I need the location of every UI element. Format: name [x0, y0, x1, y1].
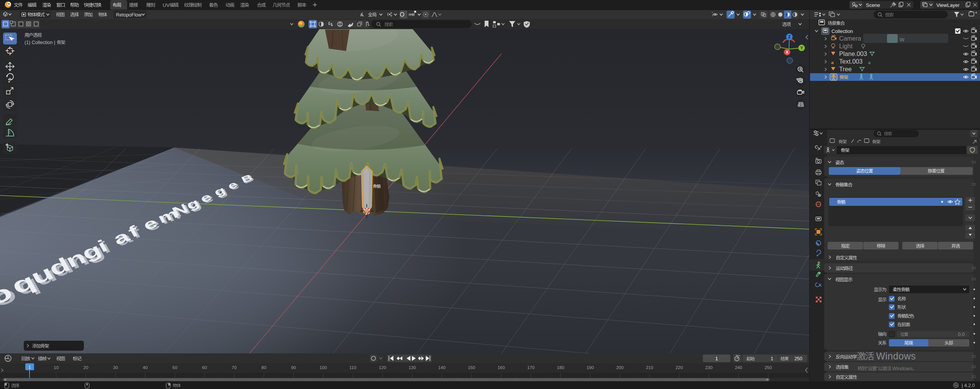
svg-text:10: 10 [54, 365, 59, 370]
svg-text:1: 1 [715, 356, 718, 361]
svg-text:210: 210 [646, 365, 653, 370]
svg-text:80: 80 [261, 365, 266, 370]
svg-text:150: 150 [468, 365, 475, 370]
svg-text:250: 250 [764, 365, 772, 370]
svg-text:Scene: Scene [866, 2, 880, 8]
svg-text:Windows: Windows [892, 366, 913, 371]
svg-text:“: “ [866, 366, 867, 371]
svg-text:160: 160 [498, 365, 505, 370]
svg-text:140: 140 [438, 365, 446, 370]
svg-text:Camera: Camera [839, 35, 861, 42]
svg-text:RetopoFlow: RetopoFlow [116, 12, 142, 18]
svg-text:230: 230 [705, 365, 712, 370]
svg-text:100: 100 [320, 365, 327, 370]
svg-text:20: 20 [83, 365, 88, 370]
svg-text:170: 170 [527, 365, 534, 370]
svg-text:70: 70 [232, 365, 237, 370]
svg-text:40: 40 [143, 365, 148, 370]
svg-text:90: 90 [291, 365, 296, 370]
svg-text:W: W [900, 37, 905, 43]
svg-text:50: 50 [172, 365, 177, 370]
svg-text:Tree: Tree [839, 66, 852, 72]
svg-text:UV: UV [163, 2, 170, 8]
svg-text:220: 220 [676, 365, 683, 370]
svg-text:”: ” [876, 366, 878, 371]
svg-text:1: 1 [28, 365, 31, 369]
svg-text:ViewLayer: ViewLayer [936, 2, 960, 8]
svg-text:1: 1 [771, 356, 773, 361]
svg-text:Plane.003: Plane.003 [839, 50, 867, 57]
svg-text:110: 110 [350, 365, 356, 370]
svg-text:250: 250 [794, 356, 802, 361]
svg-text:240: 240 [735, 365, 742, 370]
svg-text:Light: Light [839, 43, 853, 49]
svg-text:(1) Collection |: (1) Collection | [24, 40, 55, 45]
svg-text:| 4.2.0: | 4.2.0 [962, 383, 975, 388]
svg-text:60: 60 [202, 365, 207, 370]
svg-text:a: a [831, 59, 834, 65]
svg-text:a: a [868, 59, 871, 65]
svg-text:X: X [786, 50, 789, 54]
svg-text:Windows: Windows [876, 351, 916, 361]
svg-text:Y: Y [800, 46, 803, 50]
svg-text:200: 200 [616, 365, 624, 370]
svg-text:180: 180 [557, 365, 564, 370]
svg-text:30: 30 [113, 365, 118, 370]
svg-text:190: 190 [586, 365, 594, 370]
svg-text:Z: Z [788, 35, 791, 39]
svg-text:120: 120 [379, 365, 386, 370]
svg-text:0.0: 0.0 [958, 332, 965, 337]
svg-text:Text.003: Text.003 [839, 58, 862, 65]
svg-text:Collection: Collection [831, 28, 853, 34]
svg-text:130: 130 [408, 365, 416, 370]
